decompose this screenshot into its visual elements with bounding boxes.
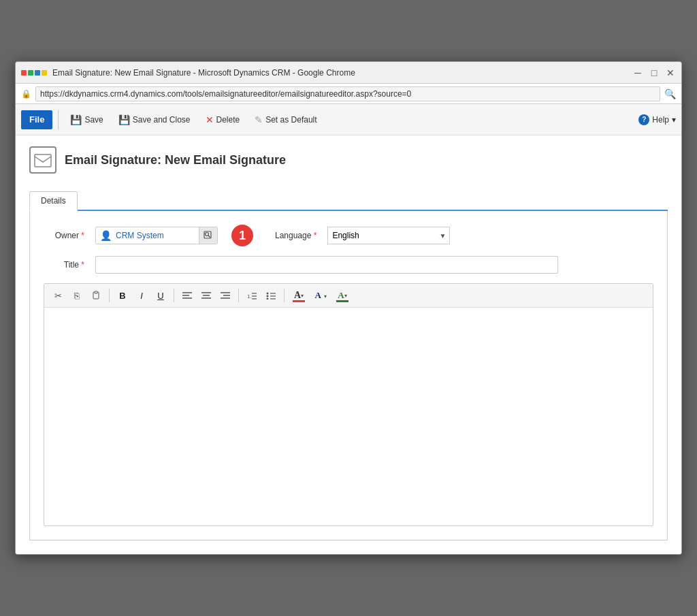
unordered-list-button[interactable] [263, 287, 279, 304]
owner-field[interactable]: 👤 CRM System [95, 227, 218, 244]
window-title: Email Signature: New Email Signature - M… [52, 68, 632, 78]
owner-value: CRM System [116, 231, 199, 240]
copy-button[interactable]: ⎘ [69, 287, 85, 304]
browser-window: Email Signature: New Email Signature - M… [15, 61, 682, 555]
page-header: Email Signature: New Email Signature [29, 146, 668, 180]
lookup-icon [204, 231, 213, 240]
editor-sep-4 [284, 289, 285, 302]
content-area: Email Signature: New Email Signature Det… [16, 135, 681, 554]
align-left-icon [182, 291, 192, 299]
font-color-underline [293, 300, 305, 302]
font-color-icon: A [294, 290, 301, 301]
svg-rect-5 [95, 291, 97, 293]
ordered-list-icon: 1. [247, 291, 257, 299]
url-input[interactable] [35, 86, 660, 101]
main-toolbar: File 💾 Save 💾 Save and Close ✕ Delete ✎ … [16, 104, 681, 135]
user-icon: 👤 [96, 230, 116, 241]
set-default-icon: ✎ [255, 114, 263, 125]
title-label: Title * [44, 260, 84, 270]
set-default-label: Set as Default [265, 115, 317, 125]
editor-sep-3 [238, 289, 239, 302]
help-label: Help [652, 115, 669, 125]
unordered-list-icon [266, 291, 276, 299]
title-row: Title * [44, 256, 653, 274]
save-button[interactable]: 💾 Save [64, 110, 109, 129]
language-label: Language * [275, 231, 317, 240]
address-bar: 🔒 🔍 [16, 84, 681, 104]
window-controls: ─ □ ✕ [632, 67, 676, 78]
help-dropdown-icon: ▾ [672, 115, 676, 125]
editor-sep-2 [174, 289, 174, 302]
save-icon: 💾 [70, 114, 82, 125]
help-icon: ? [638, 114, 649, 125]
title-input[interactable] [95, 256, 558, 274]
highlight-underline [336, 300, 348, 302]
cut-button[interactable]: ✂ [50, 287, 66, 304]
save-label: Save [84, 115, 103, 125]
windows-logo [21, 70, 47, 76]
svg-rect-0 [35, 155, 51, 167]
ordered-list-button[interactable]: 1. [244, 287, 260, 304]
align-center-icon [201, 291, 211, 299]
highlight-icon: A [338, 290, 344, 301]
help-button[interactable]: ? Help ▾ [638, 114, 676, 125]
language-select[interactable]: English French German Spanish [327, 227, 450, 244]
svg-point-2 [206, 233, 209, 236]
language-select-wrapper: English French German Spanish [327, 227, 450, 244]
owner-row: Owner * 👤 CRM System 1 [44, 225, 653, 246]
align-left-button[interactable] [179, 287, 195, 304]
font-size-increase-button[interactable]: A ▾ [311, 287, 330, 304]
editor-sep-1 [109, 289, 110, 302]
svg-point-21 [267, 298, 269, 300]
ssl-lock-icon: 🔒 [21, 89, 31, 99]
font-color-button[interactable]: A ▾ [289, 287, 308, 304]
svg-text:1.: 1. [247, 293, 252, 299]
save-close-icon: 💾 [118, 114, 130, 125]
editor-body[interactable] [44, 308, 653, 525]
form-panel: Owner * 👤 CRM System 1 [29, 211, 668, 540]
align-center-button[interactable] [198, 287, 214, 304]
minimize-button[interactable]: ─ [632, 67, 643, 78]
language-required: * [311, 231, 317, 240]
title-bar: Email Signature: New Email Signature - M… [16, 62, 681, 84]
save-close-button[interactable]: 💾 Save and Close [112, 110, 197, 129]
title-required: * [79, 260, 84, 270]
bold-button[interactable]: B [114, 287, 131, 304]
font-size-icon: A ▾ [314, 290, 326, 301]
file-button[interactable]: File [21, 110, 52, 129]
tabs-container: Details [29, 191, 668, 211]
svg-point-20 [267, 295, 269, 297]
align-right-icon [221, 291, 230, 299]
close-button[interactable]: ✕ [665, 67, 676, 78]
page-icon [29, 146, 56, 174]
align-right-button[interactable] [217, 287, 233, 304]
owner-label: Owner * [44, 231, 84, 240]
tab-details[interactable]: Details [29, 191, 78, 211]
toolbar-separator-1 [58, 110, 59, 129]
owner-lookup-button[interactable] [199, 227, 217, 244]
font-color-dropdown-icon: ▾ [301, 293, 304, 299]
italic-button[interactable]: I [133, 287, 150, 304]
delete-icon: ✕ [206, 114, 214, 125]
highlight-color-button[interactable]: A ▾ [333, 287, 352, 304]
owner-required: * [79, 231, 84, 240]
page-title: Email Signature: New Email Signature [65, 153, 286, 167]
maximize-button[interactable]: □ [649, 67, 660, 78]
rich-text-editor: ✂ ⎘ B I U [44, 283, 653, 526]
svg-line-3 [208, 236, 210, 238]
zoom-icon[interactable]: 🔍 [664, 88, 676, 99]
paste-button[interactable] [88, 287, 104, 304]
delete-button[interactable]: ✕ Delete [199, 110, 246, 129]
annotation-badge: 1 [231, 225, 253, 246]
paste-icon [91, 291, 101, 300]
underline-button[interactable]: U [152, 287, 169, 304]
highlight-dropdown-icon: ▾ [344, 293, 347, 299]
set-default-button[interactable]: ✎ Set as Default [248, 110, 323, 129]
svg-point-19 [267, 293, 269, 295]
delete-label: Delete [216, 115, 240, 125]
editor-toolbar: ✂ ⎘ B I U [44, 284, 653, 308]
save-close-label: Save and Close [133, 115, 191, 125]
